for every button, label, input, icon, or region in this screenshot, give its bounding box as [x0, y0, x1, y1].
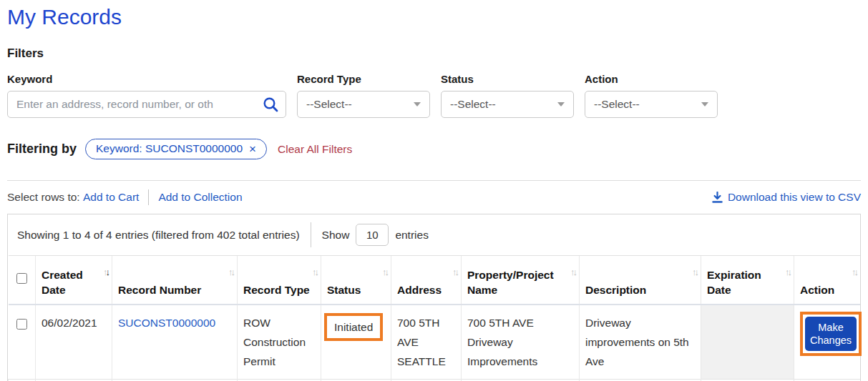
chevron-down-icon [414, 102, 421, 107]
column-header-expiration-date[interactable]: ↑↓ Expiration Date [701, 256, 794, 305]
page-size-input[interactable] [356, 224, 389, 246]
select-rows-label: Select rows to: [7, 191, 80, 204]
keyword-filter-chip[interactable]: Keyword: SUCONST0000000 × [85, 139, 267, 159]
status-label: Status [441, 73, 574, 86]
show-label: Show [322, 229, 350, 242]
keyword-label: Keyword [7, 73, 286, 86]
action-highlight-box: Make Changes [800, 312, 862, 356]
filtering-by-bar: Filtering by Keyword: SUCONST0000000 × C… [7, 139, 861, 159]
search-button[interactable] [260, 95, 281, 114]
cell-status: Initiated [321, 305, 391, 380]
sort-icon[interactable]: ↑↓ [785, 264, 790, 279]
column-header-created-date[interactable]: ↑↓ Created Date [36, 256, 112, 305]
select-all-checkbox[interactable] [16, 273, 27, 284]
filter-controls: Keyword Record Type --Select-- Status [7, 73, 861, 118]
chevron-down-icon [557, 102, 565, 107]
sort-icon[interactable]: ↑↓ [382, 264, 387, 279]
sort-icon[interactable]: ↑↓ [692, 264, 697, 279]
column-header-property-project-name[interactable]: ↑↓ Property/Project Name [462, 256, 580, 305]
entries-label: entries [395, 229, 429, 242]
cell-record-number: SUCONST0000000 [112, 305, 238, 380]
status-filter-group: Status --Select-- [441, 73, 574, 118]
action-select[interactable]: --Select-- [585, 91, 718, 118]
search-icon [263, 97, 278, 112]
my-records-page: My Records Filters Keyword Record Type -… [0, 0, 868, 381]
remove-filter-icon[interactable]: × [249, 144, 256, 154]
cell-action: Make Changes [794, 305, 861, 380]
status-value: Initiated [334, 321, 373, 333]
column-header-record-type[interactable]: ↑↓ Record Type [238, 256, 321, 305]
record-type-selected-value: --Select-- [306, 98, 352, 111]
column-header-record-number[interactable]: ↑↓ Record Number [112, 256, 238, 305]
record-type-filter-group: Record Type --Select-- [297, 73, 430, 118]
filtering-by-label: Filtering by [7, 142, 77, 157]
entries-summary: Showing 1 to 4 of 4 entries (filtered fr… [17, 229, 300, 242]
add-to-collection-link[interactable]: Add to Collection [158, 191, 242, 204]
vertical-divider [148, 189, 149, 205]
action-label: Action [585, 73, 718, 86]
table-summary-bar: Showing 1 to 4 of 4 entries (filtered fr… [8, 214, 860, 255]
download-csv-link[interactable]: Download this view to CSV [712, 191, 861, 204]
cell-description: Driveway improvements on 5th Ave [580, 305, 701, 380]
sort-icon[interactable]: ↑↓ [570, 264, 575, 279]
sort-icon[interactable]: ↑↓ [452, 264, 457, 279]
keyword-filter-group: Keyword [7, 73, 286, 118]
record-type-select[interactable]: --Select-- [297, 91, 430, 118]
sort-icon[interactable]: ↑↓ [852, 264, 857, 279]
status-select[interactable]: --Select-- [441, 91, 574, 118]
cell-record-type: ROW Construction Permit [238, 305, 321, 380]
row-checkbox[interactable] [16, 319, 27, 330]
sort-icon[interactable]: ↑↓ [103, 264, 108, 279]
status-selected-value: --Select-- [450, 98, 496, 111]
sort-icon[interactable]: ↑↓ [312, 264, 317, 279]
action-selected-value: --Select-- [594, 98, 640, 111]
column-header-description[interactable]: ↑↓ Description [580, 256, 701, 305]
cell-property-project-name: 700 5TH AVE Driveway Improvements [462, 305, 580, 380]
keyword-search-input[interactable] [7, 91, 286, 118]
column-header-address[interactable]: ↑↓ Address [391, 256, 462, 305]
filter-chip-text: Keyword: SUCONST0000000 [96, 142, 243, 155]
chevron-down-icon [701, 102, 708, 107]
page-title: My Records [7, 4, 861, 30]
row-actions-bar: Select rows to: Add to Cart Add to Colle… [7, 189, 861, 205]
row-select-cell [9, 305, 36, 380]
section-divider [7, 180, 861, 181]
records-table-container: Showing 1 to 4 of 4 entries (filtered fr… [7, 214, 861, 381]
cell-created-date: 06/02/2021 [36, 305, 112, 380]
download-icon [712, 192, 723, 204]
records-table: ↑↓ Created Date ↑↓ Record Number ↑↓ Reco… [8, 255, 860, 381]
table-row: 06/02/2021 SUCONST0000000 ROW Constructi… [9, 305, 861, 380]
select-all-header-cell [9, 256, 36, 305]
column-header-status[interactable]: ↑↓ Status [321, 256, 391, 305]
column-header-action[interactable]: ↑↓ Action [794, 256, 861, 305]
add-to-cart-link[interactable]: Add to Cart [83, 191, 139, 204]
filters-heading: Filters [7, 46, 861, 61]
cell-address: 700 5TH AVE SEATTLE [391, 305, 462, 380]
sort-icon[interactable]: ↑↓ [228, 264, 233, 279]
cell-expiration-date [701, 305, 794, 380]
status-highlight-box: Initiated [324, 313, 383, 341]
download-csv-label: Download this view to CSV [728, 191, 861, 204]
keyword-search-wrap [7, 91, 286, 118]
vertical-divider [311, 222, 311, 247]
record-type-label: Record Type [297, 73, 430, 86]
clear-all-filters-link[interactable]: Clear All Filters [278, 143, 352, 156]
table-header-row: ↑↓ Created Date ↑↓ Record Number ↑↓ Reco… [9, 256, 861, 305]
action-filter-group: Action --Select-- [585, 73, 718, 118]
record-number-link[interactable]: SUCONST0000000 [118, 317, 215, 329]
make-changes-button[interactable]: Make Changes [805, 317, 857, 351]
